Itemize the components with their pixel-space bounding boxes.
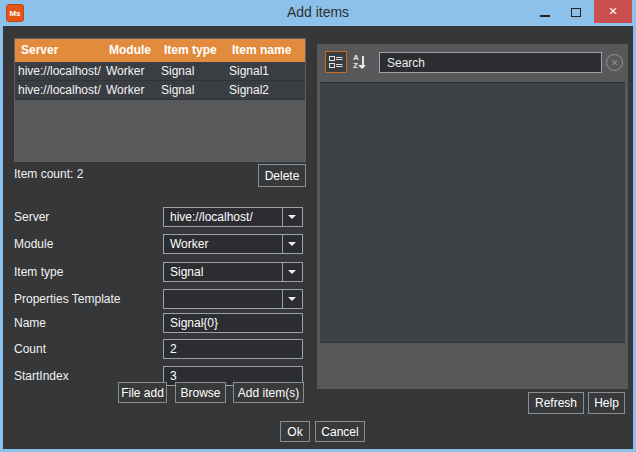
name-label: Name [14,313,46,333]
sort-alphabetical-button[interactable]: A Z [350,51,375,73]
column-header-item-type[interactable]: Item type [158,39,226,62]
server-combobox[interactable]: hive://localhost/ [163,207,303,227]
form-row: Serverhive://localhost/ [14,207,306,227]
close-button[interactable]: ✕ [594,0,632,23]
panel-footer [320,344,625,389]
clear-search-button[interactable]: ✕ [606,54,623,71]
details-view-button[interactable] [325,51,347,73]
combo-value: Signal [164,263,282,281]
module-label: Module [14,234,53,254]
chevron-down-icon[interactable] [282,290,302,308]
combo-value [164,290,282,308]
details-view-icon [329,55,343,69]
combo-value: hive://localhost/ [164,208,282,226]
column-header-item-name[interactable]: Item name [226,39,305,62]
column-header-server[interactable]: Server [15,39,103,62]
name-input[interactable] [163,313,303,333]
form-row: Properties Template [14,289,306,309]
chevron-down-icon[interactable] [282,208,302,226]
browse-button[interactable]: Browse [175,382,226,403]
module-combobox[interactable]: Worker [163,234,303,254]
table-cell: Signal2 [226,81,305,99]
form-row: Item typeSignal [14,262,306,282]
refresh-button[interactable]: Refresh [528,392,584,414]
search-input[interactable] [379,52,602,73]
table-cell: Signal [158,81,226,99]
chevron-down-icon[interactable] [282,263,302,281]
server-label: Server [14,207,49,227]
properties-template-label: Properties Template [14,289,121,309]
delete-button[interactable]: Delete [258,164,306,187]
file-add-button[interactable]: File add [118,382,167,403]
combo-value: Worker [164,235,282,253]
count-input[interactable] [163,339,303,359]
titlebar: Ms Add items ✕ [0,0,636,26]
table-cell: Signal [158,62,226,80]
maximize-icon [571,8,581,17]
column-header-module[interactable]: Module [103,39,158,62]
table-cell: hive://localhost/ [15,62,103,80]
count-label: Count [14,339,46,359]
form-row: Name [14,313,306,333]
help-button[interactable]: Help [588,392,625,414]
properties-template-combobox[interactable] [163,289,303,309]
startindex-label: StartIndex [14,366,69,386]
table-row[interactable]: hive://localhost/WorkerSignalSignal2 [15,81,305,100]
items-tree-panel[interactable] [320,82,625,343]
table-cell: Worker [103,81,158,99]
clear-search-icon: ✕ [611,58,619,68]
minimize-icon [540,15,550,17]
items-table: ServerModuleItem typeItem name hive://lo… [14,38,306,162]
item-count-label: Item count: 2 [14,167,83,181]
maximize-button[interactable] [563,0,589,23]
close-icon: ✕ [608,5,617,17]
table-cell: hive://localhost/ [15,81,103,99]
add-items-window: Ms Add items ✕ ServerModuleItem typeItem… [0,0,636,452]
table-cell: Signal1 [226,62,305,80]
minimize-button[interactable] [532,0,558,23]
form-row: Count [14,339,306,359]
item-type-label: Item type [14,262,63,282]
table-cell: Worker [103,62,158,80]
form-row: ModuleWorker [14,234,306,254]
table-header: ServerModuleItem typeItem name [15,39,305,62]
sort-az-icon: A Z [353,54,372,70]
ok-button[interactable]: Ok [280,421,310,442]
cancel-button[interactable]: Cancel [315,421,365,442]
browser-panel: A Z ✕ [317,44,628,389]
item-type-combobox[interactable]: Signal [163,262,303,282]
add-items-button[interactable]: Add item(s) [233,382,304,403]
table-body: hive://localhost/WorkerSignalSignal1hive… [15,62,305,100]
table-row[interactable]: hive://localhost/WorkerSignalSignal1 [15,62,305,81]
chevron-down-icon[interactable] [282,235,302,253]
dialog-body: ServerModuleItem typeItem name hive://lo… [3,26,633,449]
